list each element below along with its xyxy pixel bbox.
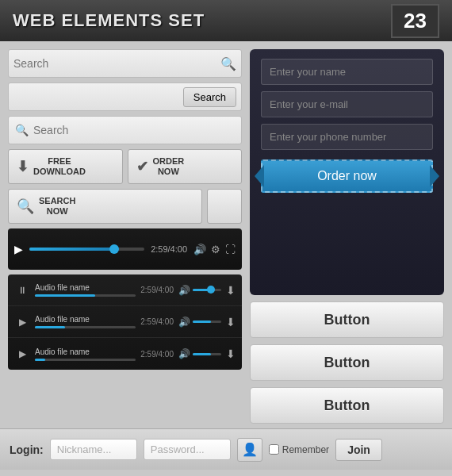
- user-icon-button[interactable]: 👤: [237, 438, 262, 462]
- download-icon: ⬇: [17, 158, 29, 175]
- square-button[interactable]: [207, 189, 242, 224]
- audio-vol-2: 🔊: [178, 317, 221, 328]
- audio-download-2[interactable]: ⬇: [226, 316, 236, 328]
- search-icon-3: 🔍: [15, 124, 29, 136]
- order-now-button[interactable]: ✔ ORDERNOW: [128, 149, 243, 184]
- audio-fill-1: [35, 294, 95, 297]
- video-play-button[interactable]: ▶: [14, 243, 23, 255]
- audio-fill-3: [35, 359, 45, 361]
- form-panel: Order now: [250, 49, 444, 295]
- audio-filename-1: Audio file name: [35, 283, 136, 292]
- search-bar-1: 🔍: [8, 49, 242, 78]
- volume-icon-1: 🔊: [178, 285, 190, 296]
- audio-filename-2: Audio file name: [35, 315, 136, 324]
- audio-fill-2: [35, 326, 65, 328]
- big-button-2[interactable]: Button: [250, 344, 444, 381]
- fullscreen-button[interactable]: ⛶: [225, 244, 236, 255]
- email-input[interactable]: [261, 91, 433, 117]
- audio-player-list: ⏸ Audio file name 2:59/4:00 🔊 ⬇: [8, 274, 242, 370]
- player-icons: 🔊 ⚙ ⛶: [193, 244, 236, 255]
- audio-time-2: 2:59/4:00: [140, 317, 174, 326]
- audio-vol-bar-2[interactable]: [193, 321, 221, 323]
- ribbon-right: [430, 165, 439, 187]
- right-panel: Order now Button Button Button: [250, 49, 444, 424]
- volume-icon-3: 🔊: [178, 348, 190, 359]
- free-download-button[interactable]: ⬇ FREEDOWNLOAD: [8, 149, 123, 184]
- audio-progress-3[interactable]: [35, 359, 136, 361]
- search-now-label: SEARCHNOW: [39, 196, 75, 217]
- remember-text: Remember: [282, 444, 329, 455]
- audio-progress-1[interactable]: [35, 294, 136, 297]
- video-progress-bar[interactable]: [29, 248, 144, 251]
- volume-icon-2: 🔊: [178, 317, 190, 328]
- action-button-row-1: ⬇ FREEDOWNLOAD ✔ ORDERNOW: [8, 149, 242, 184]
- footer-login-bar: Login: 👤 Remember Join: [0, 428, 452, 470]
- audio-time-1: 2:59/4:00: [140, 286, 174, 294]
- audio-pause-button-1[interactable]: ⏸: [14, 285, 30, 296]
- phone-input[interactable]: [261, 124, 433, 150]
- header: WEB ELEMENTS SET 23: [0, 0, 452, 41]
- header-title: WEB ELEMENTS SET: [13, 10, 205, 31]
- order-button-wrap: Order now: [261, 159, 433, 193]
- audio-vol-knob-1: [207, 286, 215, 294]
- audio-play-button-2[interactable]: ▶: [14, 317, 30, 328]
- left-panel: 🔍 Search 🔍 ⬇ FREEDOWNLOAD ✔ ORDERNOW: [8, 49, 242, 424]
- audio-vol-fill-3: [193, 353, 211, 355]
- nickname-input[interactable]: [50, 439, 137, 460]
- volume-button[interactable]: 🔊: [193, 244, 206, 255]
- search-bar-2-wrap: Search: [8, 83, 242, 111]
- order-now-form-button[interactable]: Order now: [261, 159, 433, 193]
- login-label: Login:: [10, 443, 44, 456]
- audio-progress-2[interactable]: [35, 326, 136, 328]
- ribbon-left: [255, 165, 264, 187]
- free-download-label: FREEDOWNLOAD: [33, 156, 86, 177]
- audio-play-button-3[interactable]: ▶: [14, 348, 30, 359]
- audio-time-3: 2:59/4:00: [140, 350, 174, 359]
- search-icon-button-1[interactable]: 🔍: [220, 56, 236, 71]
- search-input-1[interactable]: [13, 57, 220, 70]
- checkmark-icon: ✔: [136, 158, 148, 175]
- audio-vol-3: 🔊: [178, 348, 221, 359]
- password-input[interactable]: [144, 439, 231, 460]
- big-button-3[interactable]: Button: [250, 387, 444, 424]
- search-bar-2-row: Search: [9, 83, 241, 110]
- order-now-label: ORDERNOW: [153, 156, 185, 177]
- video-player: ▶ 2:59/4:00 🔊 ⚙ ⛶: [8, 228, 242, 270]
- audio-track-3: ▶ Audio file name 2:59/4:00 🔊 ⬇: [8, 338, 242, 370]
- audio-vol-fill-2: [193, 321, 211, 323]
- action-button-row-2: 🔍 SEARCHNOW: [8, 189, 242, 224]
- settings-button[interactable]: ⚙: [211, 244, 220, 255]
- user-icon: 👤: [242, 442, 258, 457]
- main-content: 🔍 Search 🔍 ⬇ FREEDOWNLOAD ✔ ORDERNOW: [0, 41, 452, 428]
- big-button-1[interactable]: Button: [250, 301, 444, 338]
- audio-vol-bar-3[interactable]: [193, 353, 221, 355]
- video-progress-fill: [29, 248, 114, 251]
- remember-checkbox[interactable]: [269, 444, 279, 455]
- video-progress-knob: [109, 244, 119, 254]
- audio-vol-1: 🔊: [178, 285, 221, 296]
- audio-info-2: Audio file name: [35, 315, 136, 328]
- audio-download-1[interactable]: ⬇: [226, 284, 236, 297]
- search-now-icon: 🔍: [17, 198, 34, 215]
- name-input[interactable]: [261, 59, 433, 85]
- audio-filename-3: Audio file name: [35, 347, 136, 356]
- search-bar-3: 🔍: [8, 116, 242, 144]
- remember-label[interactable]: Remember: [269, 444, 329, 455]
- join-button[interactable]: Join: [335, 439, 382, 461]
- search-now-button[interactable]: 🔍 SEARCHNOW: [8, 189, 202, 224]
- video-time: 2:59/4:00: [151, 244, 187, 254]
- audio-track-2: ▶ Audio file name 2:59/4:00 🔊 ⬇: [8, 306, 242, 338]
- search-button-2[interactable]: Search: [183, 87, 236, 107]
- header-number: 23: [391, 4, 439, 38]
- audio-info-1: Audio file name: [35, 283, 136, 297]
- audio-vol-bar-1[interactable]: [193, 289, 221, 291]
- audio-download-3[interactable]: ⬇: [226, 347, 236, 360]
- search-input-3[interactable]: [33, 124, 235, 136]
- audio-info-3: Audio file name: [35, 347, 136, 361]
- search-input-2[interactable]: [13, 90, 183, 103]
- audio-track-1: ⏸ Audio file name 2:59/4:00 🔊 ⬇: [8, 274, 242, 306]
